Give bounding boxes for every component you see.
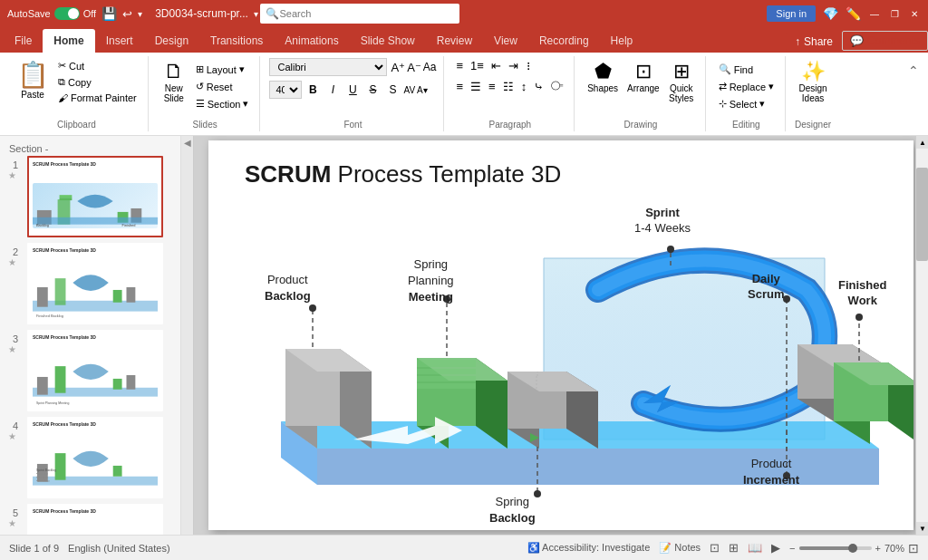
ribbon-collapse-icon[interactable]: ⌃ [904,60,923,82]
col-icon[interactable]: ⫶ [523,58,535,73]
shapes-button[interactable]: ⬟ Shapes [584,58,622,95]
tab-review[interactable]: Review [426,29,483,53]
font-shrink-icon[interactable]: A⁻ [407,61,421,74]
autosave-toggle-btn[interactable] [54,7,80,20]
slide-canvas: SCRUM Process Template 3D DailyScrum Spr… [208,140,914,530]
line-spacing-icon[interactable]: ↕ [518,79,530,94]
font-family-select[interactable]: Calibri [269,58,387,76]
replace-button[interactable]: ⇄ Replace ▾ [715,79,778,94]
comments-button[interactable]: 💬 Comments [842,31,928,51]
tab-home[interactable]: Home [43,29,94,53]
fit-slide-btn[interactable]: ⊡ [908,541,919,555]
paste-button[interactable]: 📋 Paste [13,58,53,101]
canvas-area[interactable]: ◀ [181,136,928,535]
align-center-icon[interactable]: ☰ [468,79,484,94]
restore-button[interactable]: ❐ [888,7,901,20]
share-button[interactable]: ↑ Share [786,33,842,51]
copy-button[interactable]: ⧉ Copy [54,74,140,90]
find-button[interactable]: 🔍 Find [715,62,757,77]
reset-button[interactable]: ↺ Reset [192,79,253,94]
font-case-icon[interactable]: Aa [423,61,437,73]
text-direction-icon[interactable]: ⤷ [531,79,546,94]
slide-num-1: 1 [5,159,18,170]
tab-view[interactable]: View [483,29,528,53]
bold-button[interactable]: B [304,81,322,99]
zoom-out-btn[interactable]: − [789,543,795,554]
zoom-in-btn[interactable]: + [875,543,881,554]
svg-rect-21 [33,477,158,486]
close-button[interactable]: ✕ [908,7,921,20]
numbering-icon[interactable]: 1≡ [468,58,487,73]
undo-icon[interactable]: ↩ [122,7,132,21]
normal-view-btn[interactable]: ⊡ [710,541,720,555]
zoom-slider[interactable]: − + 70% ⊡ [789,541,919,555]
slide-img-5[interactable]: SCRUM Process Template 3D Sprint 1-4 Wee… [27,504,163,535]
reading-view-btn[interactable]: 📖 [748,541,762,555]
tab-help[interactable]: Help [600,29,644,53]
increase-indent-icon[interactable]: ⇥ [506,58,521,73]
slide-thumb-5[interactable]: 5 ★ SCRUM Process Template 3D Sprint 1-4… [2,504,179,535]
tab-insert[interactable]: Insert [95,29,144,53]
autosave-state: Off [83,8,96,19]
smart-art-icon[interactable]: ⧃ [548,78,566,94]
cut-button[interactable]: ✂ Cut [54,58,140,73]
bullets-icon[interactable]: ≡ [453,58,466,73]
font-grow-icon[interactable]: A⁺ [391,61,405,74]
search-input[interactable] [279,8,433,19]
section-button[interactable]: ☰ Section ▾ [192,96,253,111]
zoom-track[interactable] [799,546,872,550]
slide-num-4: 4 [5,420,18,431]
signin-button[interactable]: Sign in [767,5,816,22]
strikethrough-button[interactable]: S [363,81,382,99]
vertical-scrollbar[interactable]: ▲ ▼ [915,136,928,535]
scroll-left-btn[interactable]: ◀ [182,136,193,150]
title-dropdown-icon[interactable]: ▾ [254,9,258,19]
align-left-icon[interactable]: ≡ [453,79,466,94]
font-size-select[interactable]: 40 [269,81,302,99]
shadow-button[interactable]: S [383,81,401,99]
arrange-button[interactable]: ⊡ Arrange [624,58,663,95]
slide-thumb-2[interactable]: 2 ★ SCRUM Process Template 3D F [2,243,179,324]
quick-styles-button[interactable]: ⊞ QuickStyles [665,58,698,105]
scroll-thumb[interactable] [916,168,928,261]
autosave-toggle[interactable]: AutoSave Off [7,7,96,20]
slide-img-2[interactable]: SCRUM Process Template 3D Finished Backl… [27,243,163,324]
scroll-track[interactable] [916,149,928,522]
layout-button[interactable]: ⊞ Layout ▾ [192,62,253,77]
slide-num-3: 3 [5,333,18,344]
save-icon[interactable]: 💾 [102,6,117,21]
slide-img-4[interactable]: SCRUM Process Template 3D Sprint Backlog… [27,417,163,498]
italic-button[interactable]: I [324,81,342,99]
align-right-icon[interactable]: ≡ [486,79,498,94]
tab-recording[interactable]: Recording [528,29,600,53]
dropdown-icon[interactable]: ▾ [138,9,142,19]
format-painter-button[interactable]: 🖌 Format Painter [54,91,140,105]
select-button[interactable]: ⊹ Select ▾ [715,96,769,111]
tab-slideshow[interactable]: Slide Show [350,29,426,53]
decrease-indent-icon[interactable]: ⇤ [488,58,504,73]
slide-sorter-btn[interactable]: ⊞ [729,541,739,555]
tab-animations[interactable]: Animations [274,29,349,53]
justify-icon[interactable]: ☷ [500,79,517,94]
tab-design[interactable]: Design [144,29,199,53]
scroll-down-btn[interactable]: ▼ [916,522,928,535]
tab-transitions[interactable]: Transitions [199,29,274,53]
slide-img-1[interactable]: SCRUM Process Template 3D Backlog [27,156,163,237]
notes-button[interactable]: 📝 Notes [659,542,701,554]
tab-file[interactable]: File [4,29,43,53]
font-color-icon[interactable]: A▾ [417,85,428,95]
replace-icon: ⇄ [719,81,727,92]
slideshow-btn[interactable]: ▶ [771,541,780,555]
slide-img-3[interactable]: SCRUM Process Template 3D Sprint Plannin… [27,330,163,411]
slide-thumb-4[interactable]: 4 ★ SCRUM Process Template 3D Sprint Bac… [2,417,179,498]
char-spacing-icon[interactable]: AV [403,85,415,95]
design-ideas-button[interactable]: ✨ DesignIdeas [795,58,830,105]
new-slide-button[interactable]: 🗋 NewSlide [158,58,190,105]
underline-button[interactable]: U [343,81,362,99]
diamond-icon[interactable]: 💎 [823,6,838,21]
slide-thumb-1[interactable]: 1 ★ SCRUM Process Template 3D [2,156,179,237]
pen-icon[interactable]: ✏️ [846,6,861,21]
scroll-up-btn[interactable]: ▲ [916,136,928,149]
slide-thumb-3[interactable]: 3 ★ SCRUM Process Template 3D S [2,330,179,411]
minimize-button[interactable]: — [868,7,881,20]
